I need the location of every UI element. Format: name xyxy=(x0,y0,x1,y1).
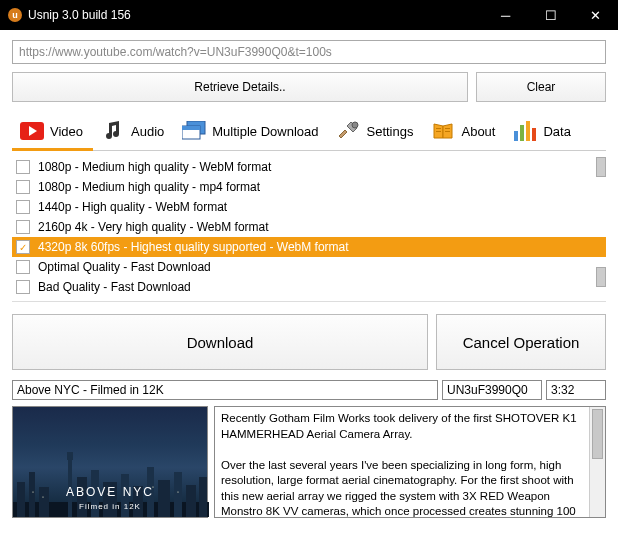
cancel-button[interactable]: Cancel Operation xyxy=(436,314,606,370)
minimize-button[interactable]: ─ xyxy=(483,0,528,30)
tab-settings[interactable]: Settings xyxy=(329,114,424,150)
tab-about[interactable]: About xyxy=(423,114,505,150)
tabs: Video Audio Multiple Download Settings A… xyxy=(12,114,606,151)
description-scrollbar[interactable] xyxy=(589,407,605,517)
app-icon: u xyxy=(8,8,22,22)
format-label: 1080p - Medium high quality - WebM forma… xyxy=(38,160,271,174)
tab-label: Audio xyxy=(131,124,164,139)
format-label: 1440p - High quality - WebM format xyxy=(38,200,227,214)
svg-rect-12 xyxy=(526,121,530,141)
data-icon xyxy=(513,120,537,142)
multiple-icon xyxy=(182,120,206,142)
svg-rect-13 xyxy=(532,128,536,141)
format-row[interactable]: 2160p 4k - Very high quality - WebM form… xyxy=(12,217,606,237)
format-checkbox[interactable] xyxy=(16,180,30,194)
description-box[interactable]: Recently Gotham Film Works took delivery… xyxy=(214,406,606,518)
tab-data[interactable]: Data xyxy=(505,114,580,150)
format-label: Optimal Quality - Fast Download xyxy=(38,260,211,274)
svg-rect-9 xyxy=(445,131,450,132)
svg-rect-6 xyxy=(436,128,441,129)
retrieve-button[interactable]: Retrieve Details.. xyxy=(12,72,468,102)
format-checkbox[interactable] xyxy=(16,200,30,214)
tab-multiple[interactable]: Multiple Download xyxy=(174,114,328,150)
svg-point-5 xyxy=(352,122,358,128)
tab-label: Data xyxy=(543,124,570,139)
scrollbar-thumb[interactable] xyxy=(596,267,606,287)
thumb-title: ABOVE NYC xyxy=(13,485,207,499)
video-duration-field[interactable] xyxy=(546,380,606,400)
tab-label: About xyxy=(461,124,495,139)
main-content: Retrieve Details.. Clear Video Audio Mul… xyxy=(0,30,618,530)
tab-video[interactable]: Video xyxy=(12,114,93,150)
tab-audio[interactable]: Audio xyxy=(93,114,174,150)
meta-row xyxy=(12,380,606,400)
format-row[interactable]: ✓4320p 8k 60fps - Highest quality suppor… xyxy=(12,237,606,257)
format-checkbox[interactable] xyxy=(16,260,30,274)
format-label: 4320p 8k 60fps - Highest quality support… xyxy=(38,240,349,254)
titlebar: u Usnip 3.0 build 156 ─ ☐ ✕ xyxy=(0,0,618,30)
action-row: Download Cancel Operation xyxy=(12,314,606,370)
scrollbar-thumb[interactable] xyxy=(592,409,603,459)
description-row: ABOVE NYC Filmed in 12K Recently Gotham … xyxy=(12,406,606,518)
format-checkbox[interactable]: ✓ xyxy=(16,240,30,254)
tab-label: Video xyxy=(50,124,83,139)
format-row[interactable]: Bad Quality - Fast Download xyxy=(12,277,606,297)
about-icon xyxy=(431,120,455,142)
url-input[interactable] xyxy=(12,40,606,64)
format-checkbox[interactable] xyxy=(16,280,30,294)
window-title: Usnip 3.0 build 156 xyxy=(28,8,483,22)
description-text: Recently Gotham Film Works took delivery… xyxy=(221,411,599,518)
clear-button[interactable]: Clear xyxy=(476,72,606,102)
scrollbar-thumb[interactable] xyxy=(596,157,606,177)
svg-rect-8 xyxy=(445,128,450,129)
video-title-field[interactable] xyxy=(12,380,438,400)
settings-icon xyxy=(337,120,361,142)
format-checkbox[interactable] xyxy=(16,160,30,174)
thumb-subtitle: Filmed in 12K xyxy=(13,502,207,511)
video-icon xyxy=(20,120,44,142)
format-row[interactable]: 1080p - Medium high quality - mp4 format xyxy=(12,177,606,197)
format-row[interactable]: 1080p - Medium high quality - WebM forma… xyxy=(12,157,606,177)
format-label: 1080p - Medium high quality - mp4 format xyxy=(38,180,260,194)
button-row: Retrieve Details.. Clear xyxy=(12,72,606,102)
audio-icon xyxy=(101,120,125,142)
video-thumbnail: ABOVE NYC Filmed in 12K xyxy=(12,406,208,518)
tab-label: Multiple Download xyxy=(212,124,318,139)
svg-rect-11 xyxy=(520,125,524,141)
tab-label: Settings xyxy=(367,124,414,139)
download-button[interactable]: Download xyxy=(12,314,428,370)
format-row[interactable]: 1440p - High quality - WebM format xyxy=(12,197,606,217)
svg-rect-10 xyxy=(514,131,518,141)
svg-rect-4 xyxy=(182,126,200,130)
format-label: Bad Quality - Fast Download xyxy=(38,280,191,294)
format-checkbox[interactable] xyxy=(16,220,30,234)
close-button[interactable]: ✕ xyxy=(573,0,618,30)
format-row[interactable]: Optimal Quality - Fast Download xyxy=(12,257,606,277)
svg-rect-21 xyxy=(69,452,71,454)
video-id-field[interactable] xyxy=(442,380,542,400)
format-list: 1080p - Medium high quality - WebM forma… xyxy=(12,157,606,302)
svg-rect-7 xyxy=(436,131,441,132)
format-label: 2160p 4k - Very high quality - WebM form… xyxy=(38,220,269,234)
maximize-button[interactable]: ☐ xyxy=(528,0,573,30)
